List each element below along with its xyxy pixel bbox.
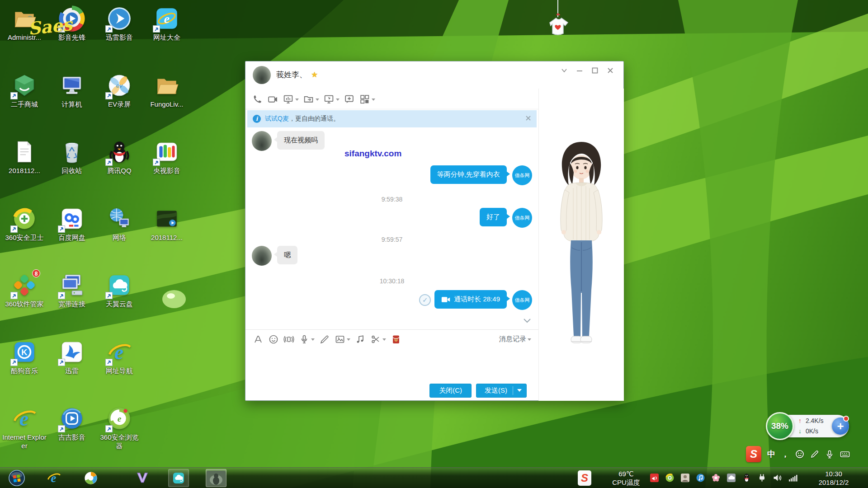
font-icon[interactable] [253,334,264,345]
tray-blue-app-icon[interactable] [696,473,705,483]
call-record-bubble[interactable]: 通话时长 28:49 [434,290,507,309]
ime-handwrite-icon[interactable] [810,450,819,459]
tray-360-ball-icon[interactable] [665,473,675,483]
send-options-caret[interactable] [517,389,522,394]
tray-contact-icon[interactable] [680,473,690,483]
taskbar-call-window-icon[interactable] [206,469,226,487]
scroll-bottom-icon[interactable] [523,317,531,325]
desktop-icon-broadband[interactable]: 宽带连接 [49,272,94,309]
qq-show-panel [538,89,624,401]
desktop-icon-network[interactable]: 网络 [97,206,142,242]
desktop-icon-360-manager[interactable]: 8360软件管家 [2,272,47,309]
desktop-icon-360-browser[interactable]: e360安全浏览器 [97,405,142,450]
self-avatar[interactable]: 借条网 [512,165,532,185]
minimize-icon[interactable] [576,67,584,74]
taskbar-sogou-browser-icon[interactable] [80,469,101,487]
desktop-icon-tencent-qq[interactable]: 腾讯QQ [97,139,142,175]
create-group-icon[interactable] [344,94,355,105]
desktop-icon-yingyin-xianfeng[interactable]: 影音先锋 [49,5,94,42]
peer-avatar[interactable] [252,246,272,266]
desktop-icon-label: 影音先锋 [49,33,94,42]
desktop-icon-baidu-pan[interactable]: 百度网盘 [49,206,94,242]
emoji-icon[interactable] [268,334,279,345]
red-packet-icon[interactable] [391,334,401,345]
maximize-icon[interactable] [591,67,599,74]
desktop-icon-kugou-music[interactable]: K酷狗音乐 [2,339,47,375]
handwrite-icon[interactable] [319,334,330,345]
desktop-icon-tianyi-cloud[interactable]: 天翼云盘 [97,272,142,309]
sogou-ime-logo[interactable]: S [746,446,761,462]
remote-assist-icon[interactable] [323,94,340,105]
notice-text: ，更自由的通话。 [289,115,340,123]
desktop-icon-doc-2018112[interactable]: 2018112... [2,139,47,175]
desktop-icon-admin-folder[interactable]: Administr... [2,5,47,42]
desktop-icon-video-2018112[interactable]: 2018112... [144,206,189,242]
desktop-icon-wangzhi-daquan[interactable]: e网址大全 [144,5,189,42]
tray-volume-icon[interactable] [773,473,782,483]
send-file-icon[interactable] [303,94,319,105]
desktop-icon-xunlei[interactable]: 迅雷 [49,339,94,375]
ime-mic-icon[interactable] [825,450,834,459]
network-speed-widget[interactable]: 38% ↑ 2.4K/s ↓ 0K/s + [766,412,850,440]
ime-mode-chinese[interactable]: 中 [767,449,775,460]
desktop-icon-label: 酷狗音乐 [2,367,47,375]
video-call-icon[interactable] [267,94,278,105]
image-icon[interactable] [335,334,350,345]
music-icon[interactable] [355,334,366,345]
taskbar-start-button[interactable] [6,469,27,487]
desktop-icon-label: FungoLiv... [144,100,189,109]
taskbar-clock[interactable]: 10:30 2018/12/2 [807,469,860,487]
tray-flower-icon[interactable] [711,473,721,483]
desktop-icon-fungolive-folder[interactable]: FungoLiv... [144,72,189,109]
favorite-star-icon[interactable]: ★ [311,70,318,80]
screen-share-icon[interactable] [283,94,299,105]
desktop-icon-label: 腾讯QQ [97,167,142,175]
tray-qq-tray-icon[interactable] [742,473,751,483]
self-avatar[interactable]: 借条网 [512,208,532,228]
ime-punctuation[interactable]: ， [781,449,789,460]
taskbar-ie-icon[interactable]: e [43,469,64,487]
shake-icon[interactable] [283,334,294,345]
clock-time: 10:30 [807,469,860,478]
notice-bar: i 试试Q麦 ，更自由的通话。 [247,110,537,127]
close-button[interactable]: 关闭(C) [429,384,472,398]
svg-text:ev: ev [116,82,123,89]
apps-icon[interactable] [359,94,375,105]
desktop-icon-recycle-bin[interactable]: 回收站 [49,139,94,175]
desktop-icon-internet-explorer[interactable]: eInternet Explorer [2,405,47,450]
sogou-tray-logo[interactable]: S [578,470,591,486]
voice-call-icon[interactable] [252,94,263,105]
notice-link[interactable]: 试试Q麦 [265,115,289,123]
window-menu-icon[interactable] [560,67,568,74]
desktop-icon-cctv-yingyin[interactable]: 央视影音 [144,139,189,175]
peer-avatar[interactable] [252,131,272,151]
send-divider [513,386,513,395]
desktop-icon-jiji-yingyin[interactable]: 吉吉影音 [49,405,94,442]
action-buttons: 关闭(C) 发送(S) [245,380,538,401]
voice-icon[interactable] [299,334,315,345]
desktop-icon-ev-luping[interactable]: evEV录屏 [97,72,142,109]
notice-close-icon[interactable] [525,115,531,122]
desktop-icon-ershou-shangcheng[interactable]: 二手商城 [2,72,47,109]
ime-emoji-icon[interactable] [795,450,804,459]
taskbar-cloud-drive-icon[interactable] [168,469,189,487]
message-history-button[interactable]: 消息记录 [499,335,531,343]
net-percent-ball[interactable]: 38% [766,412,794,440]
tray-signal-icon[interactable] [788,473,797,483]
screenshot-icon[interactable] [370,334,386,345]
self-avatar[interactable]: 借条网 [512,290,532,310]
tray-cloud-tray-icon[interactable] [726,473,736,483]
contact-avatar[interactable] [253,66,271,84]
desktop-icon-wangzhi-daohang[interactable]: e网址导航 [97,339,142,375]
taskbar-v-player-icon[interactable] [132,469,153,487]
ime-keyboard-icon[interactable] [840,450,850,459]
tray-announce-icon[interactable] [650,473,659,483]
close-icon[interactable] [606,67,614,74]
desktop-icon-xunlei-yingyin[interactable]: 迅雷影音 [97,5,142,42]
desktop-icon-label: EV录屏 [97,100,142,109]
message-input[interactable] [245,349,538,380]
desktop-icon-360-safe[interactable]: 360安全卫士 [2,206,47,242]
desktop-icon-computer[interactable]: 计算机 [49,72,94,109]
send-button[interactable]: 发送(S) [476,384,527,398]
tray-plug-icon[interactable] [757,473,767,483]
